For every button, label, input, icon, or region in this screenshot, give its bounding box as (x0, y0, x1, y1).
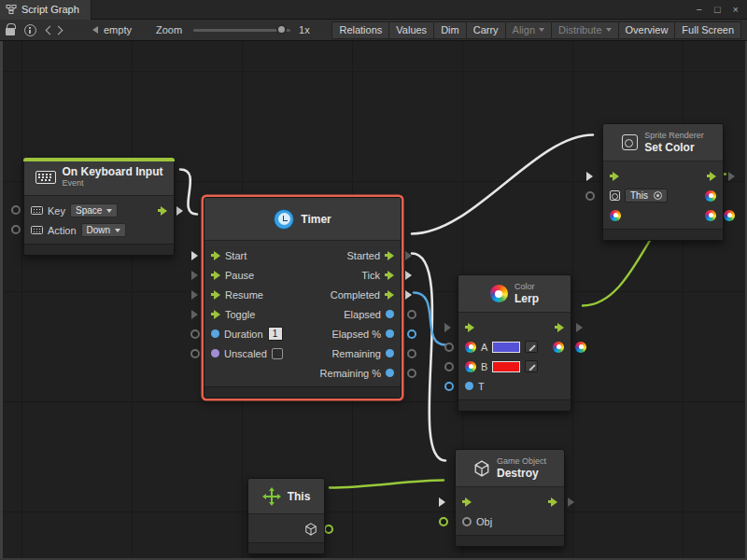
flow-out-port[interactable] (707, 172, 716, 181)
wire-timer-tick-to-set-color[interactable] (412, 135, 593, 234)
ext-port-destroy-obj[interactable] (439, 517, 448, 526)
ext-port-timer-start[interactable] (191, 251, 198, 260)
dim-button[interactable]: Dim (433, 21, 467, 39)
ext-port-timer-toggle[interactable] (191, 310, 198, 319)
float-out-elapsed-port[interactable] (386, 310, 394, 318)
eyedropper-icon[interactable] (525, 360, 538, 372)
ext-port-timer-elapsed[interactable] (407, 310, 416, 319)
float-out-remaining-port[interactable] (386, 349, 394, 357)
values-button[interactable]: Values (388, 21, 434, 39)
node-header[interactable]: Game Object Destroy (456, 450, 564, 487)
key-dropdown[interactable]: Space (70, 203, 118, 217)
color-in-port[interactable] (610, 210, 621, 221)
close-button[interactable]: × (733, 4, 739, 15)
ext-port-set-color-flow-out[interactable] (728, 172, 735, 181)
flow-out-started-port[interactable] (385, 251, 394, 260)
node-header[interactable]: This (248, 479, 324, 514)
float-out-remaining-percent-port[interactable] (386, 369, 394, 377)
unscaled-checkbox[interactable] (272, 348, 283, 359)
flow-in-toggle-port[interactable] (211, 310, 220, 319)
node-header[interactable]: On Keyboard Input Event (24, 159, 174, 196)
flow-in-start-port[interactable] (211, 251, 220, 260)
flow-in-port[interactable] (465, 323, 474, 332)
node-header[interactable]: Color Lerp (458, 275, 571, 313)
fullscreen-button[interactable]: Full Screen (674, 21, 741, 39)
node-header[interactable]: Timer (204, 198, 401, 241)
node-on-keyboard-input[interactable]: On Keyboard Input Event Key Space (23, 158, 175, 256)
wire-this-to-destroy-obj[interactable] (330, 481, 444, 488)
ext-port-timer-completed[interactable] (405, 290, 412, 300)
tab-script-graph[interactable]: Script Graph (0, 0, 92, 20)
ext-port-destroy-flow-in[interactable] (439, 497, 445, 507)
target-picker-icon[interactable] (654, 191, 662, 200)
overview-button[interactable]: Overview (618, 21, 676, 39)
ext-port-lerp-b[interactable] (444, 362, 454, 371)
game-object-in-obj-port[interactable] (462, 517, 472, 526)
ext-port-timer-started[interactable] (405, 251, 412, 260)
target-field[interactable]: This (625, 189, 668, 203)
ext-port-lerp-a[interactable] (444, 343, 454, 352)
ext-port-timer-elapsed-percent[interactable] (407, 329, 416, 339)
float-in-t-port[interactable] (465, 382, 473, 390)
carry-button[interactable]: Carry (466, 21, 506, 39)
graph-canvas[interactable]: On Keyboard Input Event Key Space (0, 41, 747, 560)
ext-port-lerp-flow-in[interactable] (444, 323, 451, 332)
action-dropdown[interactable]: Down (81, 223, 127, 237)
maximize-button[interactable]: □ (714, 4, 721, 15)
node-set-color[interactable]: Sprite Renderer Set Color This (602, 123, 724, 241)
ext-port-set-color-flow-in[interactable] (586, 172, 593, 181)
node-this[interactable]: This (247, 478, 325, 554)
flow-out-tick-port[interactable] (385, 271, 394, 280)
color-swatch-a[interactable] (492, 342, 520, 353)
eyedropper-icon[interactable] (525, 341, 538, 353)
node-destroy[interactable]: Game Object Destroy Obj (455, 449, 565, 547)
relations-button[interactable]: Relations (331, 21, 389, 39)
color-pass-through-port[interactable] (705, 210, 716, 221)
bool-in-unscaled-port[interactable] (211, 349, 219, 357)
distribute-button[interactable]: Distribute (551, 21, 618, 39)
minimize-button[interactable]: − (696, 4, 701, 15)
color-in-a-port[interactable] (465, 342, 476, 353)
ext-port-timer-resume[interactable] (191, 290, 198, 300)
wire-timer-completed-to-destroy[interactable] (412, 254, 445, 461)
graph-name[interactable]: empty (104, 24, 132, 35)
color-swatch-b[interactable] (492, 361, 520, 372)
align-button[interactable]: Align (505, 21, 552, 39)
info-button[interactable] (24, 24, 36, 36)
lock-button[interactable] (6, 24, 15, 35)
ext-port-timer-duration[interactable] (190, 329, 200, 339)
node-color-lerp[interactable]: Color Lerp A B T (458, 274, 571, 412)
flow-in-port[interactable] (610, 172, 619, 181)
wire-elapsed-percent-to-lerp-t[interactable] (414, 293, 445, 345)
color-out-value-port[interactable] (705, 190, 716, 202)
flow-out-port[interactable] (158, 206, 167, 216)
ext-port-timer-remaining[interactable] (407, 349, 416, 358)
flow-out-completed-port[interactable] (385, 290, 394, 300)
float-in-duration-port[interactable] (211, 329, 219, 338)
node-header[interactable]: Sprite Renderer Set Color (603, 124, 723, 161)
color-in-b-port[interactable] (465, 361, 476, 372)
zoom-slider-handle[interactable] (276, 24, 287, 35)
ext-port-destroy-flow-out[interactable] (568, 497, 574, 507)
ext-port-set-color-target[interactable] (585, 191, 595, 201)
flow-out-port[interactable] (555, 323, 564, 332)
game-object-out-port[interactable] (304, 523, 317, 536)
ext-port-keyboard-key[interactable] (11, 205, 21, 215)
color-out-result-port[interactable] (553, 342, 564, 353)
ext-port-keyboard-trigger[interactable] (176, 206, 183, 216)
ext-port-keyboard-action[interactable] (11, 225, 21, 234)
flow-in-port[interactable] (462, 497, 472, 507)
zoom-slider[interactable] (193, 29, 290, 32)
ext-port-timer-unscaled[interactable] (190, 349, 200, 358)
ext-port-lerp-flow-out[interactable] (576, 323, 583, 332)
ext-port-timer-pause[interactable] (191, 271, 198, 280)
duration-input[interactable]: 1 (268, 327, 283, 341)
ext-port-timer-tick[interactable] (405, 271, 412, 280)
ext-port-lerp-t[interactable] (444, 382, 454, 391)
ext-port-timer-remaining-percent[interactable] (407, 369, 416, 378)
ext-port-lerp-result[interactable] (575, 342, 586, 353)
float-out-elapsed-percent-port[interactable] (386, 329, 394, 338)
flow-in-pause-port[interactable] (211, 271, 220, 280)
flow-in-resume-port[interactable] (211, 290, 220, 300)
edit-source-button[interactable] (46, 24, 63, 35)
